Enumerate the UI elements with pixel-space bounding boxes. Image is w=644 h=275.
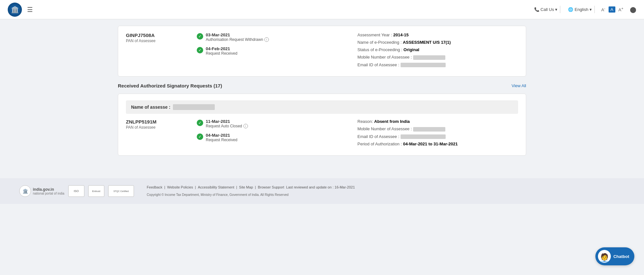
india-gov-icon: 🏛️ xyxy=(19,185,31,197)
header: ☰ 📞 Call Us ▾ 🌐 English ▾ A- A A+ ⬤ xyxy=(0,0,644,19)
period-row: Period of Authorization : 04-Mar-2021 to… xyxy=(357,142,518,146)
timeline-desc-3: Request Auto Closed i xyxy=(206,124,248,128)
last-updated-text: Last reviewed and update on : 16-Mar-202… xyxy=(286,185,355,190)
timeline-text-4: 04-Mar-2021 Request Received xyxy=(206,133,237,142)
footer-links: Feedback | Website Policies | Accessibil… xyxy=(147,185,625,190)
record1-pan-label: PAN of Assessee xyxy=(126,39,190,43)
iso-cert: ISO xyxy=(68,185,84,197)
record1-pan-number: GINPJ7508A xyxy=(126,32,190,38)
timeline-item-1: ✓ 03-Mar-2021 Authorisation Request With… xyxy=(197,32,354,42)
font-increase-button[interactable]: A+ xyxy=(617,6,625,13)
mobile-redacted-2 xyxy=(413,127,445,132)
india-gov-label: india.gov.in xyxy=(33,187,64,192)
browser-support-link[interactable]: Browser Support xyxy=(258,185,284,190)
status-row: Status of e-Proceeding : Original xyxy=(357,47,518,52)
footer-logos: 🏛️ india.gov.in national portal of india… xyxy=(19,185,134,197)
check-icon-4: ✓ xyxy=(197,133,203,140)
info-icon-1[interactable]: i xyxy=(264,37,269,42)
email-redacted-1 xyxy=(401,63,446,67)
website-policies-link[interactable]: Website Policies xyxy=(167,185,193,190)
timeline-item-4: ✓ 04-Mar-2021 Request Received xyxy=(197,133,354,142)
record1-timeline: ✓ 03-Mar-2021 Authorisation Request With… xyxy=(194,32,354,56)
site-map-link[interactable]: Site Map xyxy=(239,185,253,190)
mobile-row-1: Mobile Number of Assessee : xyxy=(357,55,518,60)
stqc-cert: STQC Certified xyxy=(108,185,134,197)
timeline-date-1: 03-Mar-2021 xyxy=(206,32,269,37)
record1-card: GINPJ7508A PAN of Assessee ✓ 03-Mar-2021… xyxy=(118,26,526,77)
footer: 🏛️ india.gov.in national portal of india… xyxy=(0,178,644,204)
globe-icon: 🌐 xyxy=(568,7,573,12)
assessment-year-row: Assessment Year : 2014-15 xyxy=(357,32,518,37)
call-us-button[interactable]: 📞 Call Us ▾ xyxy=(532,6,561,13)
record2-pan-label: PAN of Assessee xyxy=(126,125,190,130)
record2-details: Reason: Absent from India Mobile Number … xyxy=(357,119,518,149)
filter-bar: Name of assesse : xyxy=(126,100,518,114)
call-dropdown-icon: ▾ xyxy=(555,7,557,12)
timeline-desc-2: Request Received xyxy=(206,51,237,56)
feedback-link[interactable]: Feedback xyxy=(147,185,162,190)
india-gov-sub: national portal of india xyxy=(33,192,64,195)
mobile-row-2: Mobile Number of Assessee : xyxy=(357,126,518,132)
header-right: 📞 Call Us ▾ 🌐 English ▾ A- A A+ ⬤ xyxy=(532,6,636,13)
timeline-date-3: 11-Mar-2021 xyxy=(206,119,248,124)
record1-details: Assessment Year : 2014-15 Name of e-Proc… xyxy=(357,32,518,70)
india-gov-logo[interactable]: 🏛️ india.gov.in national portal of india xyxy=(19,185,64,197)
proceeding-name-row: Name of e-Proceeding : ASSESSMENT U/S 17… xyxy=(357,40,518,45)
font-normal-button[interactable]: A xyxy=(609,6,615,13)
timeline-item-3: ✓ 11-Mar-2021 Request Auto Closed i xyxy=(197,119,354,128)
contrast-button[interactable]: ⬤ xyxy=(630,6,636,13)
reason-row: Reason: Absent from India xyxy=(357,119,518,124)
hamburger-icon[interactable]: ☰ xyxy=(27,6,33,14)
view-all-link[interactable]: View All xyxy=(512,83,526,88)
timeline-text-1: 03-Mar-2021 Authorisation Request Withdr… xyxy=(206,32,269,42)
email-redacted-2 xyxy=(401,134,446,139)
footer-right: Feedback | Website Policies | Accessibil… xyxy=(147,185,625,197)
timeline-date-2: 04-Feb-2021 xyxy=(206,46,237,51)
mobile-redacted-1 xyxy=(413,55,445,60)
language-selector[interactable]: 🌐 English ▾ xyxy=(565,6,595,13)
logo-icon xyxy=(8,3,22,17)
filter-input-block xyxy=(173,104,215,110)
check-icon-2: ✓ xyxy=(197,47,203,53)
timeline-date-4: 04-Mar-2021 xyxy=(206,133,237,138)
section2-card: Name of assesse : ZNLPP5191M PAN of Asse… xyxy=(118,94,526,156)
filter-label: Name of assesse : xyxy=(131,105,170,110)
email-row-1: Email ID of Assessee : xyxy=(357,62,518,68)
font-decrease-button[interactable]: A- xyxy=(600,6,607,13)
record2-grid: ZNLPP5191M PAN of Assessee ✓ 11-Mar-2021… xyxy=(126,119,518,149)
lang-dropdown-icon: ▾ xyxy=(590,7,592,12)
timeline-desc-4: Request Received xyxy=(206,138,237,142)
logo-area xyxy=(8,3,22,17)
record2-pan-number: ZNLPP5191M xyxy=(126,119,190,124)
footer-copyright: Copyright © Income Tax Department, Minis… xyxy=(147,192,625,197)
timeline-item-2: ✓ 04-Feb-2021 Request Received xyxy=(197,46,354,56)
section2-title: Received Authorized Signatory Requests (… xyxy=(118,83,222,88)
timeline-text-2: 04-Feb-2021 Request Received xyxy=(206,46,237,56)
record1-pan-info: GINPJ7508A PAN of Assessee xyxy=(126,32,190,43)
check-icon-3: ✓ xyxy=(197,120,203,126)
email-row-2: Email ID of Assessee : xyxy=(357,134,518,139)
header-left: ☰ xyxy=(8,3,33,17)
phone-icon: 📞 xyxy=(534,7,539,12)
accessibility-link[interactable]: Accessibility Statement xyxy=(198,185,234,190)
record2-pan-info: ZNLPP5191M PAN of Assessee xyxy=(126,119,190,130)
check-icon-1: ✓ xyxy=(197,33,203,40)
timeline-desc-1: Authorisation Request Withdrawn i xyxy=(206,37,269,42)
entrust-cert: Entrust xyxy=(88,185,104,197)
info-icon-3[interactable]: i xyxy=(243,124,248,128)
timeline-text-3: 11-Mar-2021 Request Auto Closed i xyxy=(206,119,248,128)
font-controls: A- A A+ xyxy=(600,6,625,13)
record2-timeline: ✓ 11-Mar-2021 Request Auto Closed i ✓ 04… xyxy=(194,119,354,142)
record1-grid: GINPJ7508A PAN of Assessee ✓ 03-Mar-2021… xyxy=(126,32,518,70)
section2-header: Received Authorized Signatory Requests (… xyxy=(118,83,526,88)
main-content: GINPJ7508A PAN of Assessee ✓ 03-Mar-2021… xyxy=(113,19,531,169)
